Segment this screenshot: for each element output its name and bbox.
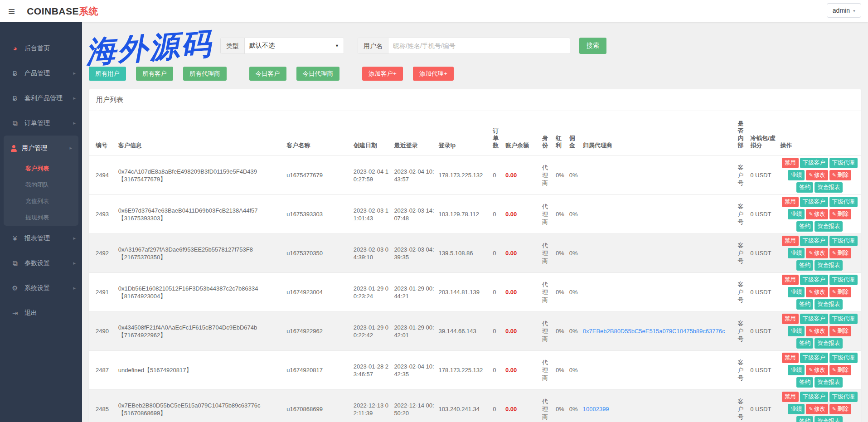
sidebar-item-home[interactable]: ◕后台首页: [0, 36, 82, 61]
row-action-sub-customers[interactable]: 下级客户: [800, 197, 828, 207]
row-action-delete[interactable]: ✎删除: [829, 170, 851, 180]
row-action-edit[interactable]: ✎修改: [806, 248, 828, 258]
sidebar-subitem-recharge-list[interactable]: 充值列表: [4, 193, 78, 209]
menu-toggle-icon[interactable]: ≡: [8, 5, 15, 17]
sidebar-item-logout[interactable]: ⇥退出: [0, 301, 82, 325]
sidebar-item-users[interactable]: 用户管理▸: [4, 136, 78, 160]
row-action-delete[interactable]: ✎删除: [829, 365, 851, 375]
row-action-edit[interactable]: ✎修改: [806, 170, 828, 180]
cell-commission: 0%: [567, 273, 581, 312]
row-action-sub-agents[interactable]: 下级代理: [829, 353, 858, 363]
row-action-delete[interactable]: ✎删除: [829, 248, 851, 258]
row-action-sign[interactable]: 签约: [796, 260, 813, 271]
row-action-edit[interactable]: ✎修改: [806, 365, 828, 375]
row-action-sign[interactable]: 签约: [796, 416, 813, 422]
row-action-sub-agents[interactable]: 下级代理: [829, 236, 858, 246]
chevron-right-icon: ▸: [69, 145, 72, 151]
cell-wallet: 0 USDT: [748, 195, 778, 234]
row-action-sign[interactable]: 签约: [796, 182, 813, 193]
sidebar-item-params[interactable]: ⧉参数设置▸: [0, 251, 82, 276]
add-customer-button[interactable]: 添加客户+: [362, 67, 403, 81]
row-action-sign[interactable]: 签约: [796, 299, 813, 310]
row-action-delete[interactable]: ✎删除: [829, 404, 851, 414]
row-action-sub-agents[interactable]: 下级代理: [829, 314, 858, 324]
row-action-delete[interactable]: ✎删除: [829, 287, 851, 297]
row-action-sub-agents[interactable]: 下级代理: [829, 158, 858, 168]
row-action-sub-customers[interactable]: 下级客户: [800, 236, 828, 246]
row-action-sub-customers[interactable]: 下级客户: [800, 392, 828, 402]
row-action-fund-report[interactable]: 资金报表: [815, 182, 843, 193]
row-action-sub-agents[interactable]: 下级代理: [829, 197, 858, 207]
sidebar-item-reports[interactable]: ¥报表管理▸: [0, 226, 82, 251]
row-action-sub-customers[interactable]: 下级客户: [800, 275, 828, 285]
row-action-disable[interactable]: 禁用: [782, 353, 799, 363]
agent-link[interactable]: 0x7EBeb2B80D55bC5eE515a079C10475b89c6377…: [583, 328, 725, 335]
sidebar-item-arbitrage[interactable]: Ƀ套利产品管理▸: [0, 86, 82, 111]
brand-accent: 系统: [79, 6, 98, 16]
row-action-delete[interactable]: ✎删除: [829, 209, 851, 219]
type-select[interactable]: 默认不选 ▼: [245, 38, 344, 53]
row-action-sign[interactable]: 签约: [796, 338, 813, 349]
row-action-performance[interactable]: 业绩: [788, 404, 805, 414]
row-action-fund-report[interactable]: 资金报表: [815, 377, 843, 388]
admin-dropdown[interactable]: admin ▾: [827, 3, 861, 18]
row-action-sign[interactable]: 签约: [796, 377, 813, 388]
sidebar-subitem-customer-list[interactable]: 客户列表: [4, 160, 78, 177]
cell-wallet: 0 USDT: [748, 234, 778, 273]
all-users-button[interactable]: 所有用户: [89, 67, 126, 81]
row-action-disable[interactable]: 禁用: [782, 236, 799, 246]
sidebar-item-system[interactable]: ⚙系统设置▸: [0, 276, 82, 301]
sidebar-subitem-withdraw-list[interactable]: 提现列表: [4, 209, 78, 226]
row-action-performance[interactable]: 业绩: [788, 170, 805, 180]
row-action-sub-agents[interactable]: 下级代理: [829, 392, 858, 402]
cell-balance: 0.00: [504, 273, 540, 312]
balance-value: 0.00: [505, 406, 517, 412]
row-action-delete[interactable]: ✎删除: [829, 326, 851, 336]
cell-internal: 客户号: [736, 390, 748, 422]
sidebar-item-product[interactable]: Ƀ产品管理▸: [0, 61, 82, 86]
today-agents-button[interactable]: 今日代理商: [296, 67, 340, 81]
row-action-edit[interactable]: ✎修改: [806, 326, 828, 336]
row-action-sub-customers[interactable]: 下级客户: [800, 353, 828, 363]
row-action-sub-agents[interactable]: 下级代理: [829, 275, 858, 285]
row-action-disable[interactable]: 禁用: [782, 197, 799, 207]
col-header-14: 操作: [778, 111, 861, 156]
row-action-performance[interactable]: 业绩: [788, 326, 805, 336]
row-action-performance[interactable]: 业绩: [788, 209, 805, 219]
row-action-performance[interactable]: 业绩: [788, 365, 805, 375]
row-action-fund-report[interactable]: 资金报表: [815, 221, 843, 232]
row-action-fund-report[interactable]: 资金报表: [815, 299, 843, 310]
cell-role: 代理商: [540, 234, 554, 273]
username-input[interactable]: [388, 38, 570, 53]
add-agent-button[interactable]: 添加代理+: [413, 67, 454, 81]
sidebar-item-orders[interactable]: ⧉订单管理▸: [0, 111, 82, 136]
row-action-edit[interactable]: ✎修改: [806, 209, 828, 219]
chevron-right-icon: ▸: [73, 70, 76, 76]
cell-login-ip: 203.144.81.139: [437, 273, 491, 312]
row-action-sign[interactable]: 签约: [796, 221, 813, 232]
all-customers-button[interactable]: 所有客户: [136, 67, 173, 81]
row-action-performance[interactable]: 业绩: [788, 248, 805, 258]
cell-created: 2023-01-29 00:23:24: [352, 273, 393, 312]
all-agents-button[interactable]: 所有代理商: [183, 67, 227, 81]
row-action-edit[interactable]: ✎修改: [806, 404, 828, 414]
row-action-fund-report[interactable]: 资金报表: [815, 260, 843, 271]
sidebar-subitem-my-team[interactable]: 我的团队: [4, 177, 78, 193]
row-action-fund-report[interactable]: 资金报表: [815, 338, 843, 349]
row-action-disable[interactable]: 禁用: [782, 275, 799, 285]
row-action-edit[interactable]: ✎修改: [806, 287, 828, 297]
row-action-sub-customers[interactable]: 下级客户: [800, 314, 828, 324]
cell-bonus: 0%: [554, 273, 567, 312]
row-action-disable[interactable]: 禁用: [782, 158, 799, 168]
search-button[interactable]: 搜索: [579, 38, 606, 54]
row-action-disable[interactable]: 禁用: [782, 314, 799, 324]
row-action-sub-customers[interactable]: 下级客户: [800, 158, 828, 168]
main-content: 海外源码 类型 默认不选 ▼ 用户名 搜索 所有用户所有客户所有代理商今日客户今…: [82, 22, 868, 422]
row-action-performance[interactable]: 业绩: [788, 287, 805, 297]
row-action-fund-report[interactable]: 资金报表: [815, 416, 843, 422]
today-customers-button[interactable]: 今日客户: [249, 67, 286, 81]
row-action-disable[interactable]: 禁用: [782, 392, 799, 402]
agent-link[interactable]: 10002399: [583, 406, 609, 412]
cell-login-ip: 178.173.225.132: [437, 156, 491, 195]
balance-value: 0.00: [505, 250, 517, 257]
